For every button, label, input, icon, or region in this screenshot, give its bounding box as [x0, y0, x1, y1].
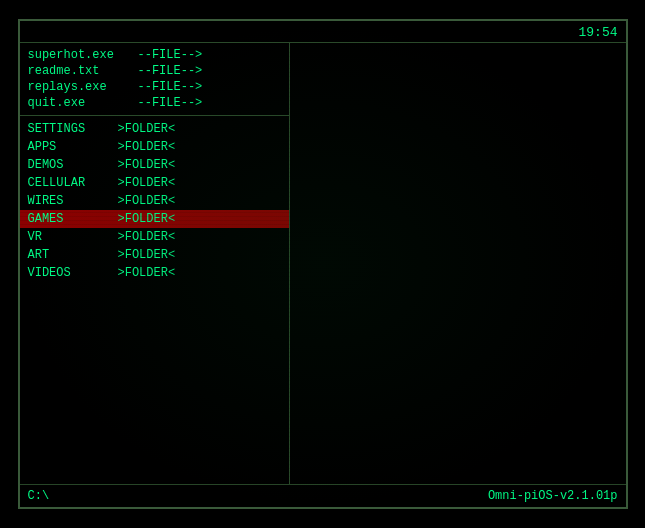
bottom-bar: C:\ Omni-piOS-v2.1.01p — [20, 484, 626, 507]
folder-item[interactable]: GAMES>FOLDER< — [20, 210, 289, 228]
terminal-screen: 19:54 superhot.exe--FILE-->readme.txt--F… — [18, 19, 628, 509]
folder-item[interactable]: ART>FOLDER< — [20, 246, 289, 264]
folder-name: CELLULAR — [28, 176, 118, 190]
file-type: --FILE--> — [138, 48, 203, 62]
main-content: superhot.exe--FILE-->readme.txt--FILE-->… — [20, 43, 626, 484]
folder-item[interactable]: WIRES>FOLDER< — [20, 192, 289, 210]
file-name: replays.exe — [28, 80, 138, 94]
file-name: superhot.exe — [28, 48, 138, 62]
left-panel: superhot.exe--FILE-->readme.txt--FILE-->… — [20, 43, 290, 484]
folder-name: ART — [28, 248, 118, 262]
folder-tag: >FOLDER< — [118, 266, 176, 280]
file-type: --FILE--> — [138, 80, 203, 94]
folder-list: SETTINGS>FOLDER<APPS>FOLDER<DEMOS>FOLDER… — [20, 116, 289, 484]
clock: 19:54 — [578, 25, 617, 40]
folder-item[interactable]: APPS>FOLDER< — [20, 138, 289, 156]
folder-tag: >FOLDER< — [118, 212, 176, 226]
folder-item[interactable]: VIDEOS>FOLDER< — [20, 264, 289, 282]
folder-name: DEMOS — [28, 158, 118, 172]
folder-tag: >FOLDER< — [118, 158, 176, 172]
folder-name: GAMES — [28, 212, 118, 226]
folder-tag: >FOLDER< — [118, 176, 176, 190]
file-item: quit.exe--FILE--> — [20, 95, 289, 111]
folder-name: APPS — [28, 140, 118, 154]
file-type: --FILE--> — [138, 64, 203, 78]
folder-name: VIDEOS — [28, 266, 118, 280]
folder-name: WIRES — [28, 194, 118, 208]
top-bar: 19:54 — [20, 21, 626, 43]
folder-item[interactable]: SETTINGS>FOLDER< — [20, 120, 289, 138]
file-name: quit.exe — [28, 96, 138, 110]
folder-name: SETTINGS — [28, 122, 118, 136]
folder-tag: >FOLDER< — [118, 122, 176, 136]
folder-tag: >FOLDER< — [118, 140, 176, 154]
right-panel — [290, 43, 626, 484]
file-name: readme.txt — [28, 64, 138, 78]
folder-item[interactable]: DEMOS>FOLDER< — [20, 156, 289, 174]
file-list: superhot.exe--FILE-->readme.txt--FILE-->… — [20, 43, 289, 116]
file-type: --FILE--> — [138, 96, 203, 110]
prompt: C:\ — [28, 489, 50, 503]
folder-item[interactable]: CELLULAR>FOLDER< — [20, 174, 289, 192]
file-item: readme.txt--FILE--> — [20, 63, 289, 79]
folder-name: VR — [28, 230, 118, 244]
file-item: replays.exe--FILE--> — [20, 79, 289, 95]
version: Omni-piOS-v2.1.01p — [488, 489, 618, 503]
folder-tag: >FOLDER< — [118, 248, 176, 262]
folder-tag: >FOLDER< — [118, 194, 176, 208]
file-item: superhot.exe--FILE--> — [20, 47, 289, 63]
folder-item[interactable]: VR>FOLDER< — [20, 228, 289, 246]
folder-tag: >FOLDER< — [118, 230, 176, 244]
